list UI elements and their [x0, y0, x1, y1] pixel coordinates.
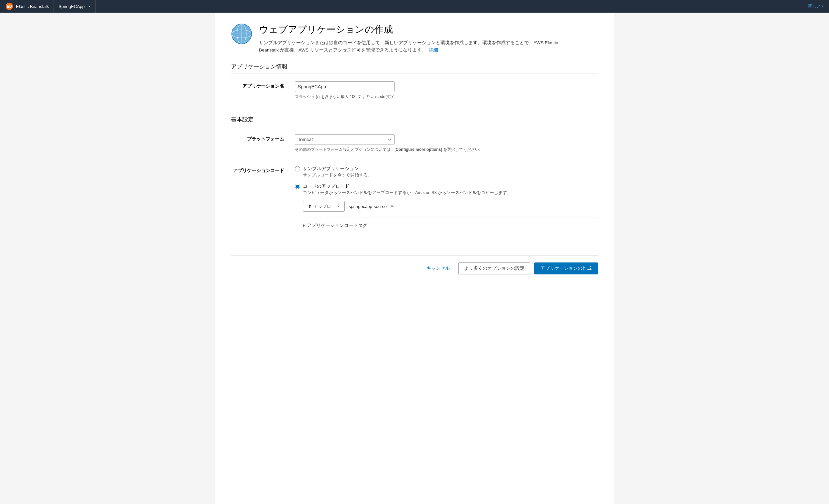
nav-brand-label: Elastic Beanstalk [16, 4, 49, 9]
detail-link[interactable]: 詳細 [429, 47, 438, 52]
upload-btn-label: アップロード [314, 203, 340, 209]
app-name-label: アプリケーション名 [231, 81, 284, 89]
upload-icon: ⬆ [308, 204, 312, 209]
platform-select[interactable]: Tomcat Node.js PHP Python Ruby Go .NET o… [295, 134, 395, 145]
radio-group: サンプルアプリケーション サンプルコードを今すぐ開始する。 コードのアップロード… [295, 166, 598, 211]
radio-upload[interactable] [295, 184, 300, 189]
main-content: ウェブアプリケーションの作成 サンプルアプリケーションまたは独自のコードを使用し… [215, 13, 614, 504]
page-logo [231, 23, 252, 44]
app-name-row: アプリケーション名 スラッシュ (/) を含まない最大 100 文字の Unic… [231, 75, 598, 106]
chevron-down-icon [88, 6, 91, 7]
app-name-hint: スラッシュ (/) を含まない最大 100 文字の Unicode 文字。 [295, 94, 598, 100]
app-code-row: アプリケーションコード サンプルアプリケーション サンプルコードを今すぐ開始する… [231, 159, 598, 235]
cancel-button[interactable]: キャンセル [422, 263, 455, 274]
radio-sample[interactable] [295, 166, 300, 171]
radio-upload-desc: コンピュータからソースバンドルをアップロードするか、Amazon S3 からソー… [303, 190, 598, 196]
code-tag-label: アプリケーションコードタグ [307, 223, 367, 229]
platform-row: プラットフォーム Tomcat Node.js PHP Python Ruby … [231, 127, 598, 159]
platform-field: Tomcat Node.js PHP Python Ruby Go .NET o… [295, 134, 598, 153]
eb-logo: EB [5, 2, 13, 10]
app-code-label: アプリケーションコード [231, 166, 284, 174]
upload-row: ⬆ アップロード springecapp-source ✏ [303, 201, 598, 211]
more-options-button[interactable]: より多くのオプションの設定 [458, 263, 530, 274]
bottom-bar: キャンセル より多くのオプションの設定 アプリケーションの作成 [231, 256, 598, 281]
page-header: ウェブアプリケーションの作成 サンプルアプリケーションまたは独自のコードを使用し… [231, 23, 598, 53]
page-title-block: ウェブアプリケーションの作成 サンプルアプリケーションまたは独自のコードを使用し… [259, 23, 558, 53]
upload-filename: springecapp-source [349, 204, 387, 209]
platform-label: プラットフォーム [231, 134, 284, 142]
page-title: ウェブアプリケーションの作成 [259, 23, 558, 36]
section-app-info: アプリケーション情報 [231, 63, 598, 73]
platform-hint: その他のプラットフォーム設定オプションについては、[Configure more… [295, 147, 598, 153]
top-nav: EB Elastic Beanstalk SpringECApp 新しいア [0, 0, 829, 13]
nav-app[interactable]: SpringECApp [54, 0, 96, 13]
code-tag-header[interactable]: アプリケーションコードタグ [303, 218, 598, 229]
radio-upload-label: コードのアップロード [303, 183, 349, 189]
radio-sample-desc: サンプルコードを今すぐ開始する。 [303, 172, 598, 178]
radio-option-sample: サンプルアプリケーション サンプルコードを今すぐ開始する。 [295, 166, 598, 178]
app-name-input[interactable] [295, 81, 395, 92]
nav-app-label: SpringECApp [59, 4, 85, 9]
app-code-field: サンプルアプリケーション サンプルコードを今すぐ開始する。 コードのアップロード… [295, 166, 598, 229]
radio-option-upload: コードのアップロード コンピュータからソースバンドルをアップロードするか、Ama… [295, 183, 598, 211]
radio-sample-label: サンプルアプリケーション [303, 166, 359, 172]
svg-text:EB: EB [7, 4, 12, 8]
edit-icon[interactable]: ✏ [391, 204, 394, 209]
section-basic-settings: 基本設定 [231, 116, 598, 126]
upload-button[interactable]: ⬆ アップロード [303, 201, 345, 211]
code-tag-section: アプリケーションコードタグ [303, 218, 598, 229]
page-description: サンプルアプリケーションまたは独自のコードを使用して、新しいアプリケーションと環… [259, 39, 558, 53]
platform-select-wrapper: Tomcat Node.js PHP Python Ruby Go .NET o… [295, 134, 395, 145]
collapsible-arrow-icon [303, 224, 305, 227]
create-button[interactable]: アプリケーションの作成 [534, 263, 598, 274]
section-divider [231, 242, 598, 242]
nav-brand[interactable]: EB Elastic Beanstalk [4, 0, 54, 13]
app-name-field: スラッシュ (/) を含まない最大 100 文字の Unicode 文字。 [295, 81, 598, 100]
nav-new-link[interactable]: 新しいア [808, 3, 825, 9]
